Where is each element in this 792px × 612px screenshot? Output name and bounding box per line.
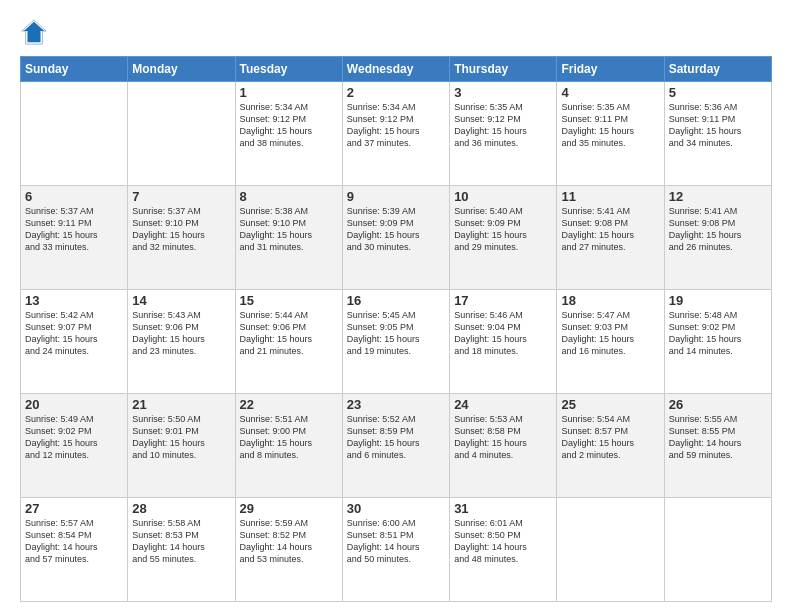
- day-info: Sunrise: 5:53 AM Sunset: 8:58 PM Dayligh…: [454, 414, 527, 460]
- col-header-tuesday: Tuesday: [235, 57, 342, 82]
- day-number: 20: [25, 397, 123, 412]
- day-info: Sunrise: 5:54 AM Sunset: 8:57 PM Dayligh…: [561, 414, 634, 460]
- day-cell: 28Sunrise: 5:58 AM Sunset: 8:53 PM Dayli…: [128, 498, 235, 602]
- day-info: Sunrise: 6:00 AM Sunset: 8:51 PM Dayligh…: [347, 518, 420, 564]
- day-info: Sunrise: 5:47 AM Sunset: 9:03 PM Dayligh…: [561, 310, 634, 356]
- day-info: Sunrise: 5:41 AM Sunset: 9:08 PM Dayligh…: [561, 206, 634, 252]
- day-cell: 10Sunrise: 5:40 AM Sunset: 9:09 PM Dayli…: [450, 186, 557, 290]
- day-info: Sunrise: 5:38 AM Sunset: 9:10 PM Dayligh…: [240, 206, 313, 252]
- col-header-friday: Friday: [557, 57, 664, 82]
- day-info: Sunrise: 5:37 AM Sunset: 9:10 PM Dayligh…: [132, 206, 205, 252]
- day-info: Sunrise: 5:34 AM Sunset: 9:12 PM Dayligh…: [347, 102, 420, 148]
- day-number: 24: [454, 397, 552, 412]
- day-info: Sunrise: 5:37 AM Sunset: 9:11 PM Dayligh…: [25, 206, 98, 252]
- day-cell: 3Sunrise: 5:35 AM Sunset: 9:12 PM Daylig…: [450, 82, 557, 186]
- day-number: 2: [347, 85, 445, 100]
- day-cell: 27Sunrise: 5:57 AM Sunset: 8:54 PM Dayli…: [21, 498, 128, 602]
- day-cell: 20Sunrise: 5:49 AM Sunset: 9:02 PM Dayli…: [21, 394, 128, 498]
- day-info: Sunrise: 5:42 AM Sunset: 9:07 PM Dayligh…: [25, 310, 98, 356]
- day-cell: 22Sunrise: 5:51 AM Sunset: 9:00 PM Dayli…: [235, 394, 342, 498]
- day-info: Sunrise: 5:44 AM Sunset: 9:06 PM Dayligh…: [240, 310, 313, 356]
- week-row-4: 20Sunrise: 5:49 AM Sunset: 9:02 PM Dayli…: [21, 394, 772, 498]
- day-number: 8: [240, 189, 338, 204]
- day-cell: 4Sunrise: 5:35 AM Sunset: 9:11 PM Daylig…: [557, 82, 664, 186]
- day-number: 21: [132, 397, 230, 412]
- day-cell: 23Sunrise: 5:52 AM Sunset: 8:59 PM Dayli…: [342, 394, 449, 498]
- day-cell: 7Sunrise: 5:37 AM Sunset: 9:10 PM Daylig…: [128, 186, 235, 290]
- day-info: Sunrise: 5:36 AM Sunset: 9:11 PM Dayligh…: [669, 102, 742, 148]
- day-cell: 8Sunrise: 5:38 AM Sunset: 9:10 PM Daylig…: [235, 186, 342, 290]
- day-number: 14: [132, 293, 230, 308]
- day-info: Sunrise: 5:52 AM Sunset: 8:59 PM Dayligh…: [347, 414, 420, 460]
- day-number: 18: [561, 293, 659, 308]
- day-cell: [664, 498, 771, 602]
- day-info: Sunrise: 5:51 AM Sunset: 9:00 PM Dayligh…: [240, 414, 313, 460]
- day-number: 5: [669, 85, 767, 100]
- day-cell: 18Sunrise: 5:47 AM Sunset: 9:03 PM Dayli…: [557, 290, 664, 394]
- day-number: 1: [240, 85, 338, 100]
- day-cell: [21, 82, 128, 186]
- page: SundayMondayTuesdayWednesdayThursdayFrid…: [0, 0, 792, 612]
- day-cell: 30Sunrise: 6:00 AM Sunset: 8:51 PM Dayli…: [342, 498, 449, 602]
- day-number: 12: [669, 189, 767, 204]
- calendar-table: SundayMondayTuesdayWednesdayThursdayFrid…: [20, 56, 772, 602]
- day-info: Sunrise: 5:43 AM Sunset: 9:06 PM Dayligh…: [132, 310, 205, 356]
- col-header-saturday: Saturday: [664, 57, 771, 82]
- day-cell: 5Sunrise: 5:36 AM Sunset: 9:11 PM Daylig…: [664, 82, 771, 186]
- day-number: 3: [454, 85, 552, 100]
- day-cell: 6Sunrise: 5:37 AM Sunset: 9:11 PM Daylig…: [21, 186, 128, 290]
- day-info: Sunrise: 5:57 AM Sunset: 8:54 PM Dayligh…: [25, 518, 98, 564]
- day-number: 27: [25, 501, 123, 516]
- day-number: 30: [347, 501, 445, 516]
- day-info: Sunrise: 5:59 AM Sunset: 8:52 PM Dayligh…: [240, 518, 313, 564]
- day-number: 17: [454, 293, 552, 308]
- week-row-2: 6Sunrise: 5:37 AM Sunset: 9:11 PM Daylig…: [21, 186, 772, 290]
- day-cell: 25Sunrise: 5:54 AM Sunset: 8:57 PM Dayli…: [557, 394, 664, 498]
- header-row: SundayMondayTuesdayWednesdayThursdayFrid…: [21, 57, 772, 82]
- day-number: 9: [347, 189, 445, 204]
- day-cell: 11Sunrise: 5:41 AM Sunset: 9:08 PM Dayli…: [557, 186, 664, 290]
- col-header-monday: Monday: [128, 57, 235, 82]
- day-number: 31: [454, 501, 552, 516]
- day-info: Sunrise: 6:01 AM Sunset: 8:50 PM Dayligh…: [454, 518, 527, 564]
- day-cell: 16Sunrise: 5:45 AM Sunset: 9:05 PM Dayli…: [342, 290, 449, 394]
- header: [20, 18, 772, 46]
- day-number: 16: [347, 293, 445, 308]
- day-info: Sunrise: 5:55 AM Sunset: 8:55 PM Dayligh…: [669, 414, 742, 460]
- day-number: 6: [25, 189, 123, 204]
- day-info: Sunrise: 5:35 AM Sunset: 9:11 PM Dayligh…: [561, 102, 634, 148]
- day-cell: 1Sunrise: 5:34 AM Sunset: 9:12 PM Daylig…: [235, 82, 342, 186]
- day-number: 11: [561, 189, 659, 204]
- day-info: Sunrise: 5:49 AM Sunset: 9:02 PM Dayligh…: [25, 414, 98, 460]
- day-info: Sunrise: 5:50 AM Sunset: 9:01 PM Dayligh…: [132, 414, 205, 460]
- day-info: Sunrise: 5:41 AM Sunset: 9:08 PM Dayligh…: [669, 206, 742, 252]
- week-row-1: 1Sunrise: 5:34 AM Sunset: 9:12 PM Daylig…: [21, 82, 772, 186]
- day-info: Sunrise: 5:46 AM Sunset: 9:04 PM Dayligh…: [454, 310, 527, 356]
- day-info: Sunrise: 5:40 AM Sunset: 9:09 PM Dayligh…: [454, 206, 527, 252]
- day-number: 23: [347, 397, 445, 412]
- day-number: 13: [25, 293, 123, 308]
- day-cell: 12Sunrise: 5:41 AM Sunset: 9:08 PM Dayli…: [664, 186, 771, 290]
- week-row-3: 13Sunrise: 5:42 AM Sunset: 9:07 PM Dayli…: [21, 290, 772, 394]
- day-info: Sunrise: 5:48 AM Sunset: 9:02 PM Dayligh…: [669, 310, 742, 356]
- day-number: 28: [132, 501, 230, 516]
- week-row-5: 27Sunrise: 5:57 AM Sunset: 8:54 PM Dayli…: [21, 498, 772, 602]
- day-info: Sunrise: 5:58 AM Sunset: 8:53 PM Dayligh…: [132, 518, 205, 564]
- day-info: Sunrise: 5:39 AM Sunset: 9:09 PM Dayligh…: [347, 206, 420, 252]
- day-cell: 24Sunrise: 5:53 AM Sunset: 8:58 PM Dayli…: [450, 394, 557, 498]
- day-cell: 13Sunrise: 5:42 AM Sunset: 9:07 PM Dayli…: [21, 290, 128, 394]
- day-cell: [128, 82, 235, 186]
- day-cell: 2Sunrise: 5:34 AM Sunset: 9:12 PM Daylig…: [342, 82, 449, 186]
- logo-icon: [20, 18, 48, 46]
- day-cell: 26Sunrise: 5:55 AM Sunset: 8:55 PM Dayli…: [664, 394, 771, 498]
- day-number: 7: [132, 189, 230, 204]
- logo: [20, 18, 50, 46]
- day-info: Sunrise: 5:35 AM Sunset: 9:12 PM Dayligh…: [454, 102, 527, 148]
- day-number: 22: [240, 397, 338, 412]
- day-number: 29: [240, 501, 338, 516]
- col-header-thursday: Thursday: [450, 57, 557, 82]
- day-cell: 14Sunrise: 5:43 AM Sunset: 9:06 PM Dayli…: [128, 290, 235, 394]
- day-cell: 29Sunrise: 5:59 AM Sunset: 8:52 PM Dayli…: [235, 498, 342, 602]
- day-cell: 15Sunrise: 5:44 AM Sunset: 9:06 PM Dayli…: [235, 290, 342, 394]
- day-cell: 31Sunrise: 6:01 AM Sunset: 8:50 PM Dayli…: [450, 498, 557, 602]
